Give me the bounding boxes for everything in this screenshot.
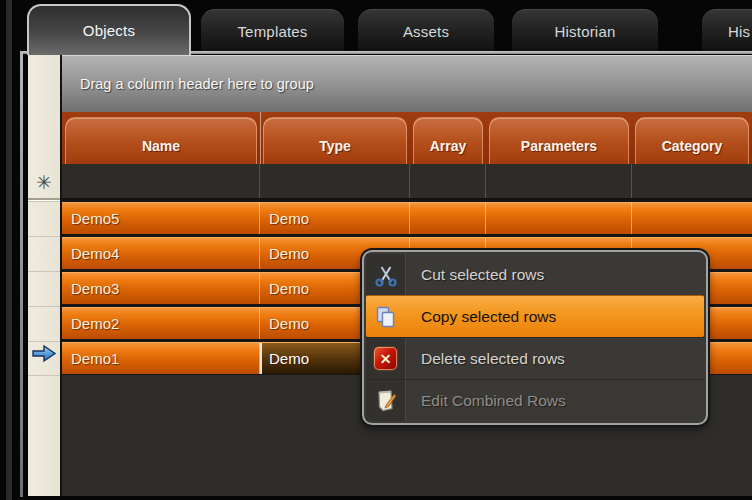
tab-his-truncated[interactable]: His bbox=[702, 9, 752, 52]
tab-assets[interactable]: Assets bbox=[358, 9, 494, 52]
column-header-name[interactable]: Name bbox=[65, 117, 257, 164]
table-row-demo5[interactable]: Demo5 Demo bbox=[62, 202, 752, 234]
new-row-asterisk-icon: ✳ bbox=[36, 171, 52, 194]
cell-parameters[interactable] bbox=[486, 203, 632, 234]
copy-icon bbox=[374, 305, 398, 329]
tab-objects[interactable]: Objects bbox=[27, 4, 191, 55]
panel-left-border bbox=[20, 51, 23, 497]
column-header-row: Name Type Array Parameters Category bbox=[62, 112, 752, 164]
new-row-indicator-cell[interactable]: ✳ bbox=[28, 166, 60, 200]
edit-icon bbox=[374, 389, 398, 413]
cell-name[interactable]: Demo5 bbox=[62, 203, 260, 234]
cell-name[interactable]: Demo3 bbox=[62, 273, 260, 304]
tab-historian[interactable]: Historian bbox=[512, 9, 658, 52]
context-menu: Cut selected rows Copy selected rows ✕ D… bbox=[362, 250, 708, 425]
menu-item-copy[interactable]: Copy selected rows bbox=[366, 295, 704, 337]
cell-array[interactable] bbox=[410, 203, 486, 234]
cell-name[interactable]: Demo2 bbox=[62, 308, 260, 339]
left-gutter bbox=[6, 0, 12, 500]
cell-name[interactable]: Demo4 bbox=[62, 238, 260, 269]
menu-item-cut[interactable]: Cut selected rows bbox=[366, 254, 704, 295]
column-header-category[interactable]: Category bbox=[635, 117, 749, 164]
group-by-bar[interactable]: Drag a column header here to group bbox=[62, 55, 752, 112]
scissors-icon bbox=[374, 263, 398, 287]
app-window: Objects Templates Assets Historian His ✳… bbox=[0, 0, 752, 500]
menu-item-edit-combined[interactable]: Edit Combined Rows bbox=[366, 379, 704, 421]
column-header-array[interactable]: Array bbox=[413, 117, 483, 164]
new-row[interactable] bbox=[62, 164, 752, 200]
column-header-parameters[interactable]: Parameters bbox=[489, 117, 629, 164]
cell-name[interactable]: Demo1 bbox=[62, 343, 260, 374]
current-row-arrow-icon bbox=[31, 344, 58, 363]
cell-category[interactable] bbox=[632, 203, 752, 234]
tab-templates[interactable]: Templates bbox=[201, 9, 344, 52]
row-indicator-column: ✳ bbox=[28, 55, 62, 496]
menu-item-delete[interactable]: ✕ Delete selected rows bbox=[366, 337, 704, 379]
cell-type[interactable]: Demo bbox=[260, 203, 410, 234]
header-column-divider bbox=[260, 112, 261, 164]
column-header-type[interactable]: Type bbox=[263, 117, 407, 164]
delete-icon: ✕ bbox=[374, 347, 397, 370]
group-by-hint: Drag a column header here to group bbox=[62, 76, 314, 92]
